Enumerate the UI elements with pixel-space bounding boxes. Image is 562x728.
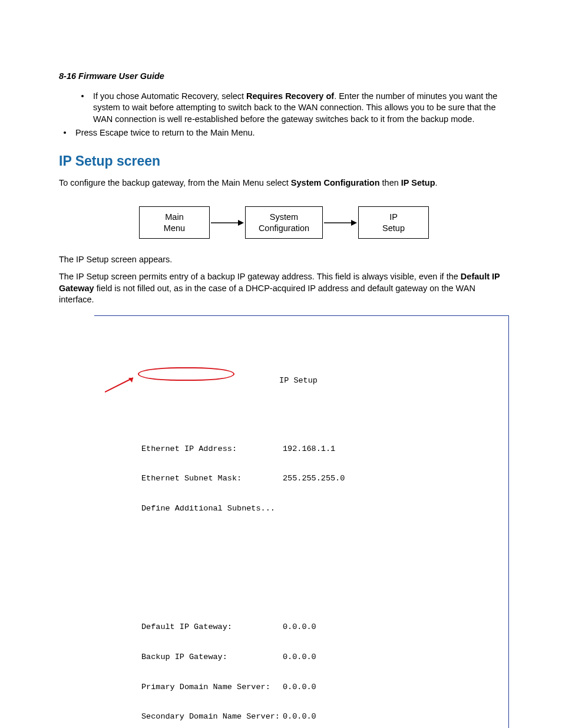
terminal-row: Ethernet IP Address:192.168.1.1 <box>141 444 497 454</box>
terminal-row: Primary Domain Name Server:0.0.0.0 <box>141 683 497 693</box>
term-value: 192.168.1.1 <box>283 444 335 454</box>
term-value: 0.0.0.0 <box>283 653 316 663</box>
term-label: Backup IP Gateway: <box>141 653 283 663</box>
terminal-row: Default IP Gateway:0.0.0.0 <box>141 622 497 633</box>
nav-label: Configuration <box>246 223 322 233</box>
term-value: 0.0.0.0 <box>283 683 316 693</box>
term-value: 0.0.0.0 <box>283 712 316 722</box>
nav-box-system-configuration: System Configuration <box>245 206 323 238</box>
terminal-row: Secondary Domain Name Server:0.0.0.0 <box>141 712 497 722</box>
nav-label: IP <box>359 212 428 222</box>
terminal-title: IP Setup <box>100 376 497 386</box>
svg-marker-3 <box>351 220 357 226</box>
term-label: Secondary Domain Name Server: <box>141 712 283 722</box>
section-heading-ip-setup: IP Setup screen <box>59 152 509 170</box>
arrow-right-icon <box>210 219 245 227</box>
bullet-text: If you chose Automatic Recovery, select … <box>93 91 509 126</box>
nav-box-main-menu: Main Menu <box>139 206 210 238</box>
arrow-right-icon <box>323 219 358 227</box>
nav-label: System <box>246 212 322 222</box>
term-label: Primary Domain Name Server: <box>141 683 283 693</box>
bullet-automatic-recovery: • If you chose Automatic Recovery, selec… <box>77 91 509 126</box>
bullet-text: Press Escape twice to return to the Main… <box>75 127 255 139</box>
term-value: 255.255.255.0 <box>283 474 345 484</box>
terminal-row: Ethernet Subnet Mask:255.255.255.0 <box>141 474 497 484</box>
svg-marker-1 <box>238 220 244 226</box>
nav-label: Main <box>140 212 209 222</box>
text: then <box>380 178 401 187</box>
term-label: Default IP Gateway: <box>141 622 283 633</box>
bullet-press-escape: • Press Escape twice to return to the Ma… <box>59 127 509 139</box>
text: . <box>435 178 438 187</box>
nav-label: Setup <box>359 223 428 233</box>
nav-label: Menu <box>140 223 209 233</box>
text: If you chose Automatic Recovery, select <box>93 91 246 101</box>
paragraph-appears: The IP Setup screen appears. <box>59 254 509 266</box>
terminal-screen: IP Setup Ethernet IP Address:192.168.1.1… <box>94 315 509 728</box>
paragraph-permits: The IP Setup screen permits entry of a b… <box>59 271 509 306</box>
bold-text: System Configuration <box>291 178 380 187</box>
intro-paragraph: To configure the backup gateway, from th… <box>59 177 509 189</box>
terminal-block-2: Default IP Gateway:0.0.0.0 Backup IP Gat… <box>141 603 497 728</box>
text: field is not filled out, as in the case … <box>59 284 475 305</box>
bold-text: Requires Recovery of <box>246 91 334 101</box>
text: The IP Setup screen permits entry of a b… <box>59 272 461 281</box>
bold-text: IP Setup <box>401 178 435 187</box>
term-label: Define Additional Subnets... <box>141 504 283 514</box>
page: 8-16 Firmware User Guide • If you chose … <box>0 0 562 728</box>
bullet-dot-icon: • <box>77 91 88 126</box>
nav-diagram: Main Menu System Configuration IP Setup <box>59 206 509 238</box>
term-value: 0.0.0.0 <box>283 622 316 633</box>
terminal-row: Define Additional Subnets... <box>141 504 497 514</box>
nav-box-ip-setup: IP Setup <box>358 206 429 238</box>
term-label: Ethernet IP Address: <box>141 444 283 454</box>
page-header: 8-16 Firmware User Guide <box>59 71 509 83</box>
terminal-block-1: Ethernet IP Address:192.168.1.1 Ethernet… <box>141 424 497 534</box>
term-label: Ethernet Subnet Mask: <box>141 474 283 484</box>
text: To configure the backup gateway, from th… <box>59 178 291 187</box>
terminal-row-backup-ip-gateway: Backup IP Gateway:0.0.0.0 <box>141 653 497 663</box>
bullet-dot-icon: • <box>59 127 71 139</box>
